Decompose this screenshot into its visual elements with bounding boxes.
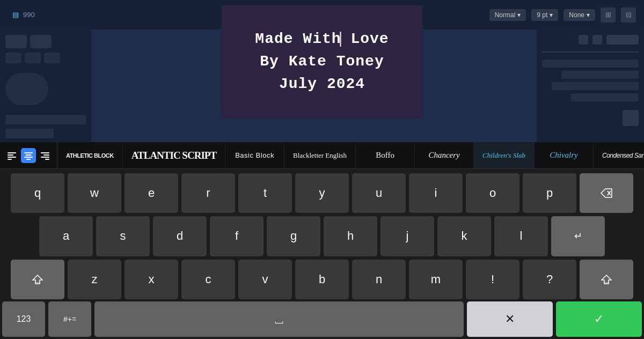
align-center-button[interactable] <box>21 148 36 163</box>
align-right-icon <box>41 151 49 160</box>
svg-rect-0 <box>8 152 16 153</box>
font-atlantic-script[interactable]: Atlantic Script <box>123 142 225 168</box>
key-i[interactable]: i <box>409 173 463 213</box>
chevron-down-icon: ▾ <box>550 11 553 19</box>
key-m[interactable]: m <box>409 260 463 299</box>
font-basic-block[interactable]: Basic Block <box>225 142 284 168</box>
key-r[interactable]: r <box>181 173 235 213</box>
keyboard-container: Athletic Block Atlantic Script Basic Blo… <box>0 142 644 339</box>
toolbar-icon-1[interactable]: ⊞ <box>601 8 616 23</box>
key-question[interactable]: ? <box>523 260 576 299</box>
key-row-2: a s d f g h j k l ↵ <box>2 216 642 256</box>
font-selector-row[interactable]: Athletic Block Atlantic Script Basic Blo… <box>0 142 644 169</box>
svg-rect-9 <box>43 154 49 156</box>
backspace-icon <box>601 188 612 198</box>
sidebar-mini-item <box>5 35 27 48</box>
align-right-button[interactable] <box>38 148 53 163</box>
font-chivalry[interactable]: Chivalry <box>535 142 594 168</box>
key-c[interactable]: c <box>181 260 235 299</box>
svg-rect-7 <box>26 159 31 160</box>
key-k[interactable]: k <box>437 216 491 256</box>
svg-rect-14 <box>35 282 40 283</box>
svg-rect-6 <box>24 157 33 158</box>
font-chancery[interactable]: Chancery <box>415 142 474 168</box>
key-s[interactable]: s <box>96 216 150 256</box>
key-w[interactable]: w <box>68 173 121 213</box>
font-blackletter-english[interactable]: Blackletter English <box>284 142 356 168</box>
align-buttons-group <box>0 142 57 168</box>
normal-dropdown[interactable]: Normal ▾ <box>489 9 526 21</box>
key-n[interactable]: n <box>352 260 406 299</box>
font-athletic-block[interactable]: Athletic Block <box>57 142 123 168</box>
align-center-icon <box>24 151 33 160</box>
key-f[interactable]: f <box>210 216 264 256</box>
key-v[interactable]: v <box>238 260 292 299</box>
row2-spacer-left <box>2 216 36 256</box>
shift-left-key[interactable] <box>11 260 64 299</box>
align-left-button[interactable] <box>4 148 19 163</box>
key-e[interactable]: e <box>125 173 178 213</box>
sidebar-mini-item <box>30 35 52 48</box>
keyboard-rows: q w e r t y u i o p a s d f <box>0 169 644 301</box>
key-l[interactable]: l <box>494 216 548 256</box>
svg-rect-1 <box>8 154 13 156</box>
sidebar-mini-item <box>44 53 60 63</box>
space-key[interactable]: ⎵ <box>94 301 464 337</box>
shift-right-key[interactable] <box>580 260 633 299</box>
key-o[interactable]: o <box>466 173 519 213</box>
num-key[interactable]: 123 <box>2 301 45 337</box>
key-a[interactable]: a <box>39 216 93 256</box>
font-boffo[interactable]: Boffo <box>356 142 415 168</box>
none-dropdown[interactable]: None ▾ <box>564 9 595 21</box>
key-d[interactable]: d <box>153 216 207 256</box>
text-content: Made With Love By Kate Toney July 2024 <box>255 28 389 95</box>
row2-spacer-right <box>608 216 642 256</box>
enter-icon: ↵ <box>574 230 582 242</box>
bottom-row: 123 #+= ⎵ ✕ ✓ <box>0 301 644 339</box>
sidebar-mini-item <box>5 53 21 63</box>
key-row-3: z x c v b n m ! ? <box>2 260 642 299</box>
enter-key[interactable]: ↵ <box>551 216 605 256</box>
svg-rect-8 <box>41 152 49 153</box>
key-q[interactable]: q <box>11 173 64 213</box>
svg-rect-15 <box>604 282 609 283</box>
text-editing-block[interactable]: Made With Love By Kate Toney July 2024 <box>222 5 423 118</box>
font-condensed-sans[interactable]: Condensed Sans <box>594 142 644 168</box>
key-y[interactable]: y <box>295 173 349 213</box>
sym-key[interactable]: #+= <box>48 301 91 337</box>
svg-rect-5 <box>26 154 32 156</box>
text-line1: Made With <box>255 31 341 47</box>
text-line3: July 2024 <box>279 76 365 92</box>
key-p[interactable]: p <box>523 173 576 213</box>
key-row-1: q w e r t y u i o p <box>2 173 642 213</box>
size-icon: ▤ <box>12 11 19 19</box>
key-exclaim[interactable]: ! <box>466 260 519 299</box>
backspace-key[interactable] <box>580 173 633 213</box>
font-childrens-slab[interactable]: Children's Slab <box>474 142 535 168</box>
right-sidebar <box>537 30 644 142</box>
chevron-down-icon: ▾ <box>587 11 590 19</box>
text-cursor <box>340 32 341 47</box>
key-u[interactable]: u <box>352 173 406 213</box>
size-dropdown[interactable]: 9 pt ▾ <box>531 9 558 21</box>
key-b[interactable]: b <box>295 260 349 299</box>
toolbar-icon-2[interactable]: ⊟ <box>621 8 636 23</box>
space-icon: ⎵ <box>275 312 283 327</box>
key-z[interactable]: z <box>68 260 121 299</box>
key-g[interactable]: g <box>267 216 320 256</box>
confirm-key[interactable]: ✓ <box>556 301 642 337</box>
size-input: ▤ 990 <box>8 9 39 21</box>
key-j[interactable]: j <box>380 216 434 256</box>
shift-icon <box>32 274 43 285</box>
align-left-icon <box>8 151 16 160</box>
key-t[interactable]: t <box>238 173 292 213</box>
svg-rect-11 <box>45 159 49 160</box>
chevron-down-icon: ▾ <box>517 11 521 19</box>
key-x[interactable]: x <box>125 260 178 299</box>
svg-rect-2 <box>8 157 16 158</box>
text-line2: By Kate Toney <box>260 53 384 70</box>
shift-right-icon <box>601 274 612 285</box>
svg-rect-10 <box>41 157 49 158</box>
key-h[interactable]: h <box>324 216 377 256</box>
cancel-key[interactable]: ✕ <box>467 301 553 337</box>
